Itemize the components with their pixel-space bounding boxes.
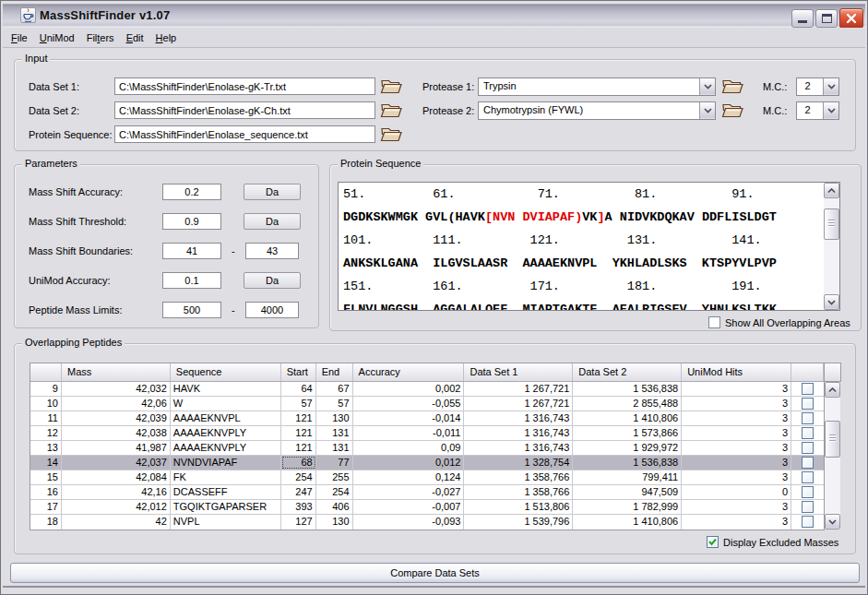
- column-header-Accuracy[interactable]: Accuracy: [353, 363, 465, 381]
- table-scroll-down-button[interactable]: [825, 514, 840, 530]
- exclude-checkbox[interactable]: [802, 501, 814, 513]
- menu-filters[interactable]: Filters: [81, 30, 120, 46]
- menu-file[interactable]: File: [6, 30, 33, 46]
- exclude-checkbox[interactable]: [802, 427, 814, 439]
- column-header-blank-9[interactable]: [791, 363, 824, 381]
- cell-ds1: 1 316,743: [464, 426, 573, 440]
- cell-exclude-checkbox[interactable]: [791, 397, 824, 411]
- param-field2-2[interactable]: [245, 243, 299, 259]
- table-scrollbar[interactable]: [825, 382, 840, 530]
- mc-combo-1[interactable]: 2: [796, 101, 839, 120]
- cell-exclude-checkbox[interactable]: [791, 411, 824, 425]
- browse-button-1[interactable]: [380, 101, 404, 120]
- cell-exclude-checkbox[interactable]: [791, 382, 824, 396]
- input-file-field-1[interactable]: [114, 101, 375, 119]
- column-header-Start[interactable]: Start: [281, 363, 316, 381]
- protein-sequence-viewer[interactable]: 51. 61. 71. 81. 91.DGDKSKWMGK GVL(HAVK[N…: [338, 182, 840, 311]
- exclude-checkbox[interactable]: [802, 471, 814, 483]
- table-row-11[interactable]: 1142,039AAAAEKNVPL121130-0,0141 316,7431…: [30, 411, 824, 426]
- table-row-12[interactable]: 1242,038AAAAEKNVPLY121131-0,0111 316,743…: [30, 426, 824, 441]
- column-header-Mass[interactable]: Mass: [62, 363, 171, 381]
- param-field2-4[interactable]: [245, 302, 299, 318]
- exclude-checkbox[interactable]: [802, 398, 814, 410]
- menu-edit[interactable]: Edit: [121, 30, 149, 46]
- show-all-overlapping-label: Show All Overlapping Areas: [725, 317, 850, 328]
- cell-ds2: 1 929,972: [573, 441, 682, 455]
- cell-start: 127: [281, 515, 316, 530]
- menu-bar: FileUniModFiltersEditHelp: [3, 28, 865, 48]
- table-row-9[interactable]: 942,032HAVK64670,0021 267,7211 536,8383: [30, 382, 824, 397]
- protease-combo-0[interactable]: Trypsin: [478, 77, 716, 96]
- close-icon: [840, 9, 862, 28]
- chevron-down-icon: [704, 108, 712, 113]
- table-row-15[interactable]: 1542,084FK2542550,1241 358,766799,4113: [30, 470, 824, 485]
- exclude-checkbox[interactable]: [802, 457, 814, 469]
- table-row-14[interactable]: 1442,037NVNDVIAPAF68770,0121 328,7541 53…: [30, 456, 824, 470]
- compare-data-sets-button[interactable]: Compare Data Sets: [10, 563, 860, 583]
- input-file-label-2: Protein Sequence:: [29, 129, 113, 140]
- param-field-1[interactable]: [162, 213, 221, 230]
- input-file-field-0[interactable]: [114, 77, 375, 95]
- scroll-thumb[interactable]: [824, 208, 839, 240]
- browse-button-0[interactable]: [380, 77, 404, 96]
- param-field-2[interactable]: [162, 243, 221, 259]
- exclude-checkbox[interactable]: [802, 383, 814, 395]
- title-bar[interactable]: MassShiftFinder v1.07: [3, 3, 865, 28]
- param-field-4[interactable]: [162, 302, 221, 318]
- display-excluded-masses-checkbox[interactable]: [707, 536, 719, 548]
- protease-combo-1[interactable]: Chymotrypsin (FYWL): [478, 101, 716, 120]
- protease-browse-button-1[interactable]: [721, 101, 745, 120]
- unit-button-1[interactable]: Da: [244, 213, 301, 230]
- table-scroll-up-button[interactable]: [825, 382, 840, 398]
- exclude-checkbox[interactable]: [802, 486, 814, 498]
- cell-exclude-checkbox[interactable]: [791, 441, 824, 455]
- cell-exclude-checkbox[interactable]: [791, 485, 824, 499]
- column-header-End[interactable]: End: [316, 363, 353, 381]
- param-field-3[interactable]: [162, 272, 221, 289]
- input-file-field-2[interactable]: [114, 125, 375, 143]
- column-header-Data Set 2[interactable]: Data Set 2: [573, 363, 682, 381]
- menu-unimod[interactable]: UniMod: [34, 30, 80, 46]
- cell-mass: 42,032: [62, 382, 171, 396]
- show-all-overlapping-checkbox[interactable]: [708, 316, 720, 328]
- sequence-scrollbar[interactable]: [824, 183, 839, 310]
- cell-exclude-checkbox[interactable]: [791, 470, 824, 484]
- table-row-10[interactable]: 1042,06W5757-0,0551 267,7212 855,4883: [30, 397, 824, 411]
- cell-hits: 3: [682, 515, 791, 530]
- exclude-checkbox[interactable]: [802, 412, 814, 424]
- cell-exclude-checkbox[interactable]: [791, 500, 824, 514]
- close-button[interactable]: [839, 8, 863, 29]
- table-row-18[interactable]: 1842NVPL127130-0,0931 539,7961 410,8063: [30, 515, 824, 530]
- cell-exclude-checkbox[interactable]: [791, 515, 824, 530]
- exclude-checkbox[interactable]: [802, 516, 814, 528]
- cell-seq: TGQIKTGAPARSER: [171, 500, 281, 514]
- cell-exclude-checkbox[interactable]: [791, 426, 824, 440]
- maximize-button[interactable]: [815, 9, 838, 28]
- unit-button-3[interactable]: Da: [244, 272, 301, 289]
- table-row-17[interactable]: 1742,012TGQIKTGAPARSER393406-0,0071 513,…: [30, 500, 824, 515]
- cell-exclude-checkbox[interactable]: [791, 456, 824, 470]
- table-row-13[interactable]: 1341,987AAAAEKNVPLY1211310,091 316,7431 …: [30, 441, 824, 456]
- param-field-0[interactable]: [162, 184, 221, 200]
- scroll-down-button[interactable]: [824, 294, 839, 310]
- exclude-checkbox[interactable]: [802, 442, 814, 454]
- column-header-blank-0[interactable]: [30, 363, 62, 381]
- table-scroll-thumb[interactable]: [825, 421, 840, 458]
- cell-start: 57: [281, 397, 316, 411]
- cell-end: 406: [316, 500, 353, 514]
- minimize-button[interactable]: [791, 9, 814, 28]
- mc-combo-0[interactable]: 2: [796, 77, 839, 96]
- scroll-up-button[interactable]: [824, 183, 839, 198]
- column-header-Sequence[interactable]: Sequence: [171, 363, 281, 381]
- protein-sequence-text: 51. 61. 71. 81. 91.DGDKSKWMGK GVL(HAVK[N…: [343, 183, 777, 311]
- unit-button-0[interactable]: Da: [244, 184, 301, 200]
- column-header-UniMod Hits[interactable]: UniMod Hits: [682, 363, 791, 381]
- cell-mass: 42,012: [62, 500, 171, 514]
- table-row-16[interactable]: 1642,16DCASSEFF247254-0,0271 358,766947,…: [30, 485, 824, 500]
- minimize-icon: [798, 20, 807, 23]
- column-header-Data Set 1[interactable]: Data Set 1: [464, 363, 573, 381]
- chevron-down-icon: [827, 108, 836, 113]
- browse-button-2[interactable]: [380, 125, 404, 144]
- protease-browse-button-0[interactable]: [721, 77, 745, 96]
- menu-help[interactable]: Help: [150, 30, 183, 46]
